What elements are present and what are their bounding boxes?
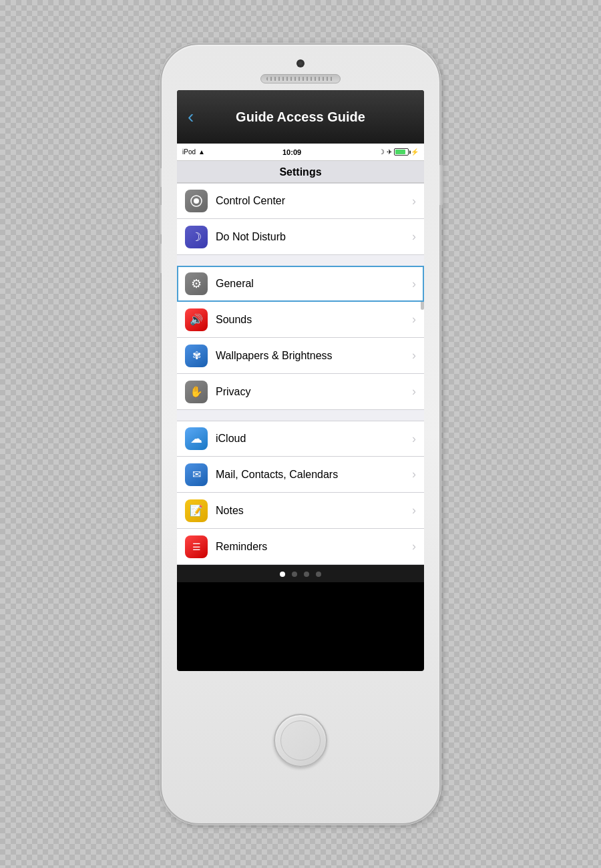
- svg-point-1: [194, 198, 199, 204]
- phone-body: ‹ Guide Access Guide iPod ▲ 10:09 ☽ ✈: [160, 43, 441, 825]
- do-not-disturb-label: Do Not Disturb: [216, 231, 409, 243]
- sounds-label: Sounds: [216, 314, 409, 326]
- settings-row-general[interactable]: ⚙ General ›: [177, 266, 424, 302]
- sounds-icon: 🔊: [185, 308, 208, 331]
- notes-label: Notes: [216, 505, 409, 517]
- status-bar-left: iPod ▲: [182, 148, 205, 156]
- settings-title-bar: Settings: [177, 161, 424, 183]
- mail-icon: ✉: [185, 463, 208, 486]
- wifi-icon: ▲: [198, 148, 205, 156]
- settings-row-reminders[interactable]: ☰ Reminders ›: [177, 529, 424, 565]
- privacy-icon: ✋: [185, 381, 208, 403]
- nav-title: Guide Access Guide: [236, 110, 365, 125]
- lightning-icon: ⚡: [411, 148, 419, 156]
- do-not-disturb-icon: ☽: [185, 226, 208, 248]
- back-button[interactable]: ‹: [188, 107, 194, 126]
- back-chevron-icon: ‹: [188, 107, 194, 126]
- pagination-dots: [177, 565, 424, 582]
- settings-row-sounds[interactable]: 🔊 Sounds ›: [177, 302, 424, 338]
- status-bar-right: ☽ ✈ ⚡: [379, 148, 419, 156]
- settings-row-do-not-disturb[interactable]: ☽ Do Not Disturb ›: [177, 219, 424, 255]
- pagination-dot-1: [280, 572, 285, 577]
- battery-indicator: [394, 148, 409, 156]
- pagination-dot-3: [304, 572, 309, 577]
- do-not-disturb-chevron: ›: [412, 230, 416, 244]
- reminders-chevron: ›: [412, 539, 416, 554]
- phone-bottom: [274, 671, 327, 823]
- pagination-dot-2: [292, 572, 297, 577]
- settings-group-1: Control Center › ☽ Do Not Disturb ›: [177, 183, 424, 255]
- wallpapers-chevron: ›: [412, 349, 416, 363]
- volume-down-button[interactable]: [158, 244, 162, 273]
- ipod-screen-content: iPod ▲ 10:09 ☽ ✈ ⚡ Settings: [177, 144, 424, 565]
- notes-icon: 📝: [185, 499, 208, 522]
- home-button[interactable]: [274, 714, 327, 767]
- front-camera: [296, 59, 305, 67]
- general-chevron: ›: [412, 277, 416, 291]
- privacy-label: Privacy: [216, 386, 409, 398]
- control-center-label: Control Center: [216, 195, 409, 207]
- reminders-icon: ☰: [185, 535, 208, 558]
- ipod-status-bar: iPod ▲ 10:09 ☽ ✈ ⚡: [177, 144, 424, 161]
- earpiece-speaker: [260, 74, 341, 83]
- phone-screen: ‹ Guide Access Guide iPod ▲ 10:09 ☽ ✈: [177, 90, 424, 671]
- general-label: General: [216, 278, 409, 290]
- settings-row-control-center[interactable]: Control Center ›: [177, 183, 424, 219]
- notes-chevron: ›: [412, 503, 416, 517]
- control-center-icon: [185, 190, 208, 212]
- icloud-icon: ☁: [185, 427, 208, 450]
- pagination-dot-4: [316, 572, 321, 577]
- settings-row-icloud[interactable]: ☁ iCloud ›: [177, 421, 424, 457]
- phone-container: ‹ Guide Access Guide iPod ▲ 10:09 ☽ ✈: [147, 33, 454, 835]
- home-button-inner: [280, 720, 321, 761]
- group-spacer-2: [177, 410, 424, 421]
- mail-label: Mail, Contacts, Calendars: [216, 469, 409, 481]
- settings-row-notes[interactable]: 📝 Notes ›: [177, 493, 424, 529]
- status-icons: ☽ ✈: [379, 148, 392, 156]
- group-spacer-1: [177, 255, 424, 266]
- icloud-chevron: ›: [412, 432, 416, 446]
- general-icon: ⚙: [185, 272, 208, 295]
- volume-buttons: [158, 205, 162, 273]
- carrier-label: iPod: [182, 148, 196, 156]
- mute-switch[interactable]: [158, 168, 162, 187]
- settings-title: Settings: [279, 166, 321, 178]
- power-button[interactable]: [439, 165, 443, 205]
- settings-group-2: ⚙ General › 🔊 Sounds › ✾: [177, 266, 424, 410]
- icloud-label: iCloud: [216, 433, 409, 445]
- guide-access-nav-bar: ‹ Guide Access Guide: [177, 90, 424, 144]
- wallpapers-icon: ✾: [185, 345, 208, 367]
- reminders-label: Reminders: [216, 541, 409, 553]
- sounds-chevron: ›: [412, 312, 416, 327]
- settings-row-mail[interactable]: ✉ Mail, Contacts, Calendars ›: [177, 457, 424, 493]
- mail-chevron: ›: [412, 467, 416, 481]
- status-bar-time: 10:09: [282, 148, 301, 156]
- phone-top: [162, 45, 439, 83]
- battery-fill: [395, 150, 405, 154]
- control-center-chevron: ›: [412, 194, 416, 208]
- settings-group-3: ☁ iCloud › ✉ Mail, Contacts, Calendars ›: [177, 421, 424, 565]
- wallpapers-label: Wallpapers & Brightness: [216, 350, 409, 362]
- settings-row-wallpapers[interactable]: ✾ Wallpapers & Brightness ›: [177, 338, 424, 374]
- privacy-chevron: ›: [412, 385, 416, 399]
- volume-up-button[interactable]: [158, 205, 162, 234]
- settings-row-privacy[interactable]: ✋ Privacy ›: [177, 374, 424, 410]
